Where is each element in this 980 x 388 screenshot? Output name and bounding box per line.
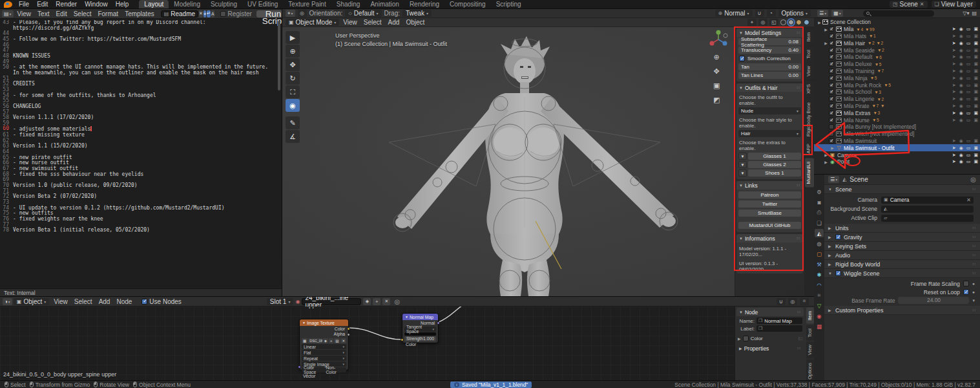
outliner-row[interactable]: Mila Witch [Not Implemented] [814, 131, 980, 138]
alpha-output-socket[interactable] [347, 333, 350, 336]
snapping-icon[interactable]: ∪ [777, 298, 786, 305]
word-wrap-toggle-icon[interactable]: ↵ [207, 10, 211, 17]
collection-checkbox[interactable] [829, 41, 834, 46]
mustardui-github-button[interactable]: MustardUI GitHub [738, 222, 801, 229]
selectable-toggle-icon[interactable]: ➤ [952, 159, 956, 164]
cursor-tool[interactable]: ⊕ [286, 45, 300, 58]
render-disable-icon[interactable]: ▣ [974, 61, 978, 67]
hide-eye-icon[interactable]: ◉ [959, 83, 963, 88]
outliner-row[interactable]: ▶ ▣ Camera ➤ ◉ ▭ ▣ [814, 151, 980, 158]
panel-grip-icon[interactable]: ∷ [973, 244, 976, 249]
panel-grip-icon[interactable]: ⫶∷ [798, 336, 802, 341]
outliner-options-icon[interactable]: ▤ [972, 10, 977, 16]
extra-toggle-icon[interactable]: ▼ [738, 161, 747, 168]
outliner-row[interactable]: Mila Default ▼6 ➤ ◉ ▭ ▣ [814, 54, 980, 61]
selectable-toggle-icon[interactable]: ➤ [952, 153, 956, 158]
viewport-disable-icon[interactable]: ▭ [966, 48, 971, 53]
material-slot-dropdown[interactable]: Slot 1▾ [267, 298, 294, 305]
colorspace-dropdown[interactable]: Color Space Non-Color [302, 367, 346, 372]
collection-checkbox[interactable] [829, 34, 834, 39]
image-node-dropdown[interactable]: Flat▾ [302, 350, 346, 355]
viewport-disable-icon[interactable]: ▭ [966, 89, 971, 94]
hide-eye-icon[interactable]: ◉ [959, 41, 963, 46]
selectable-toggle-icon[interactable]: ➤ [952, 76, 956, 81]
panel-grip-icon[interactable]: ∷ [973, 235, 976, 240]
extra-toggle-icon[interactable]: ▼ [738, 169, 747, 177]
new-image-icon[interactable]: + [329, 338, 333, 343]
workspace-tab[interactable]: UV Editing [242, 0, 283, 9]
panel-grip-icon[interactable]: ∷ [797, 30, 800, 36]
space-dropdown[interactable]: Tangent Space▾ [404, 327, 436, 332]
collection-checkbox[interactable] [829, 103, 834, 109]
output-properties-icon[interactable]: ⎙ [815, 208, 824, 217]
fake-user-shield-icon[interactable]: ◈ [363, 298, 371, 305]
text-datablock-field[interactable]: ▤ Readme [161, 10, 198, 17]
render-disable-icon[interactable]: ▣ [974, 153, 978, 158]
selectable-toggle-icon[interactable]: ➤ [952, 41, 956, 46]
hide-eye-icon[interactable]: ◉ [959, 54, 963, 59]
node-canvas[interactable]: ▼ Image Texture Color Alpha ▦ DSC_08_195… [0, 307, 735, 380]
snap-magnet-icon[interactable]: ∪ [755, 10, 764, 17]
viewport-disable-icon[interactable]: ▭ [966, 118, 971, 123]
normal-map-node-header[interactable]: ▼ Normal Map [402, 314, 438, 320]
app-menu-edit[interactable]: Edit [33, 1, 52, 8]
hide-eye-icon[interactable]: ◉ [959, 89, 963, 94]
use-nodes-row[interactable]: Use Nodes [141, 298, 181, 305]
node-label-field[interactable]: ❐ [756, 325, 802, 332]
collection-checkbox[interactable] [829, 48, 834, 53]
line-numbers-toggle-icon[interactable]: ≡ [203, 10, 206, 17]
selectable-toggle-icon[interactable]: ➤ [952, 138, 956, 144]
extra-button[interactable]: Glasses 1 [748, 153, 801, 160]
new-material-icon[interactable]: + [373, 298, 381, 305]
expand-arrow-icon[interactable]: ▶ [823, 27, 829, 32]
outliner-row[interactable]: ▶ Scene Collection [814, 19, 980, 26]
wiggle-scene-checkbox[interactable] [835, 270, 841, 276]
perspective-toggle-icon[interactable]: ◩ [713, 96, 720, 104]
collection-checkbox[interactable] [829, 61, 834, 67]
collection-checkbox[interactable] [829, 111, 834, 116]
proportional-edit-icon[interactable]: ◔ [767, 10, 776, 17]
particles-properties-icon[interactable]: ✱ [815, 270, 824, 279]
outliner-row[interactable]: ▶ ▽ Mila Swimsuit - Outfit ➤ ◉ ▭ ▣ [814, 144, 980, 151]
hide-eye-icon[interactable]: ◉ [959, 76, 963, 81]
image-node-dropdown[interactable]: Linear▾ [302, 344, 346, 349]
render-disable-icon[interactable]: ▣ [974, 118, 978, 123]
hide-eye-icon[interactable]: ◉ [959, 138, 963, 144]
viewport-disable-icon[interactable]: ▭ [966, 103, 971, 109]
overlays-icon[interactable]: ◎ [788, 298, 797, 305]
image-texture-node[interactable]: ▼ Image Texture Color Alpha ▦ DSC_08_195… [299, 319, 349, 371]
options-dropdown[interactable]: Options▾ [778, 10, 811, 17]
expand-arrow-icon[interactable]: ▶ [823, 153, 829, 157]
render-disable-icon[interactable]: ▣ [974, 103, 978, 109]
camera-view-icon[interactable]: ▣ [713, 81, 720, 90]
register-checkbox[interactable] [220, 11, 226, 17]
hide-eye-icon[interactable]: ◉ [959, 34, 963, 39]
panel-gravity[interactable]: ▶ Gravity ∷ [824, 233, 980, 242]
hide-eye-icon[interactable]: ◉ [959, 111, 963, 116]
outliner-row[interactable]: Mila Training ▼7 ➤ ◉ ▭ ▣ [814, 68, 980, 75]
hide-eye-icon[interactable]: ◉ [959, 146, 963, 151]
transform-tool[interactable]: ◉ [286, 99, 300, 112]
node-sidebar-tab-options[interactable]: Options [806, 360, 814, 380]
strength-slider[interactable]: Strength 1.000 [404, 336, 436, 341]
panel-grip-icon[interactable]: ∷ [973, 308, 976, 313]
render-disable-icon[interactable]: ▣ [974, 83, 978, 88]
workspace-tab[interactable]: Sculpting [205, 0, 242, 9]
outliner-row[interactable]: Mila Nurse ▼5 ➤ ◉ ▭ ▣ [814, 116, 980, 124]
outliner-search-input[interactable] [863, 10, 934, 17]
shader-type-dropdown[interactable]: ▣Object▾ [14, 298, 49, 305]
panel-grip-icon[interactable]: ∷ [973, 187, 976, 192]
active-tool-dropdown[interactable]: ⌖▾ [286, 10, 295, 17]
selectable-toggle-icon[interactable]: ➤ [952, 118, 956, 123]
hide-eye-icon[interactable]: ◉ [959, 118, 963, 123]
camera-field[interactable]: ▣ Camera ✕ [881, 197, 974, 204]
hide-eye-icon[interactable]: ◉ [959, 27, 963, 32]
open-image-icon[interactable]: ▤ [334, 338, 340, 343]
workspace-tab[interactable]: Modeling [169, 0, 205, 9]
scene-selector[interactable]: ◳ Scene ✕ [890, 1, 928, 8]
patreon-link-button[interactable]: Patreon [738, 191, 801, 199]
text-menu-format[interactable]: Format [94, 10, 121, 17]
scene-x-icon[interactable]: ✕ [920, 1, 924, 7]
app-menu-window[interactable]: Window [81, 1, 112, 8]
panel-grip-icon[interactable]: ∷ [798, 310, 801, 315]
